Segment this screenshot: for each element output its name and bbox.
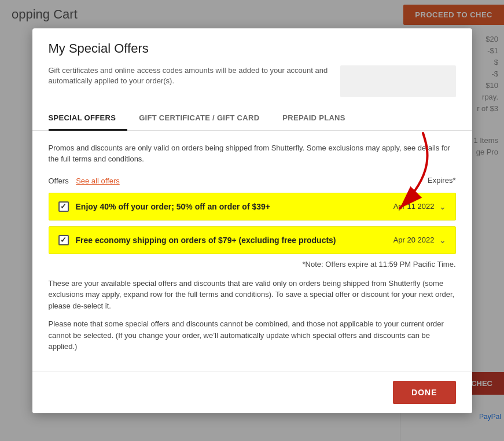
offer-1-checkbox[interactable]: [58, 201, 69, 212]
tab-prepaid-plans[interactable]: PREPAID PLANS: [271, 106, 356, 131]
offers-header-left: Offers See all offers: [49, 175, 120, 186]
modal-header: My Special Offers: [32, 28, 472, 65]
expires-note: *Note: Offers expire at 11:59 PM Pacific…: [49, 260, 456, 269]
offer-2-checkbox[interactable]: [58, 235, 69, 245]
modal-title: My Special Offers: [49, 41, 456, 56]
footer-text-1: These are your available special offers …: [49, 278, 456, 312]
modal-overlay: My Special Offers Gift certificates and …: [0, 0, 504, 441]
offer-2-text: Free economy shipping on orders of $79+ …: [76, 236, 336, 245]
done-button[interactable]: DONE: [393, 381, 455, 404]
tabs-container: SPECIAL OFFERS GIFT CERTIFICATE / GIFT C…: [32, 106, 472, 131]
offer-1-expires: Apr 11 2022: [393, 202, 435, 211]
tab-special-offers[interactable]: SPECIAL OFFERS: [49, 106, 128, 131]
offer-2-expires: Apr 20 2022: [393, 236, 435, 244]
see-all-offers-link[interactable]: See all offers: [76, 177, 120, 185]
modal-info-bar: Gift certificates and online access code…: [32, 65, 472, 106]
offer-1-left: Enjoy 40% off your order; 50% off an ord…: [58, 201, 270, 212]
offer-1-chevron-icon[interactable]: ⌄: [439, 202, 446, 211]
offers-label: Offers: [49, 177, 69, 185]
modal-body: Promos and discounts are only valid on o…: [32, 131, 472, 371]
expires-column-label: Expires*: [428, 176, 455, 185]
tab-gift-certificate[interactable]: GIFT CERTIFICATE / GIFT CARD: [127, 106, 271, 131]
offer-2-right: Apr 20 2022 ⌄: [393, 236, 446, 245]
special-offers-modal: My Special Offers Gift certificates and …: [32, 28, 472, 413]
offer-2-left: Free economy shipping on orders of $79+ …: [58, 235, 336, 245]
offers-header: Offers See all offers Expires*: [49, 175, 456, 186]
modal-footer: DONE: [32, 371, 472, 413]
offer-1-right: Apr 11 2022 ⌄: [393, 202, 446, 211]
footer-text-2: Please note that some special offers and…: [49, 318, 456, 352]
offer-row-2: Free economy shipping on orders of $79+ …: [49, 226, 456, 254]
offer-1-text: Enjoy 40% off your order; 50% off an ord…: [76, 202, 270, 211]
offer-2-chevron-icon[interactable]: ⌄: [439, 236, 446, 245]
modal-info-placeholder: [340, 65, 456, 97]
offer-row-1: Enjoy 40% off your order; 50% off an ord…: [49, 193, 456, 220]
promo-note: Promos and discounts are only valid on o…: [49, 142, 456, 165]
modal-info-text: Gift certificates and online access code…: [49, 65, 329, 86]
